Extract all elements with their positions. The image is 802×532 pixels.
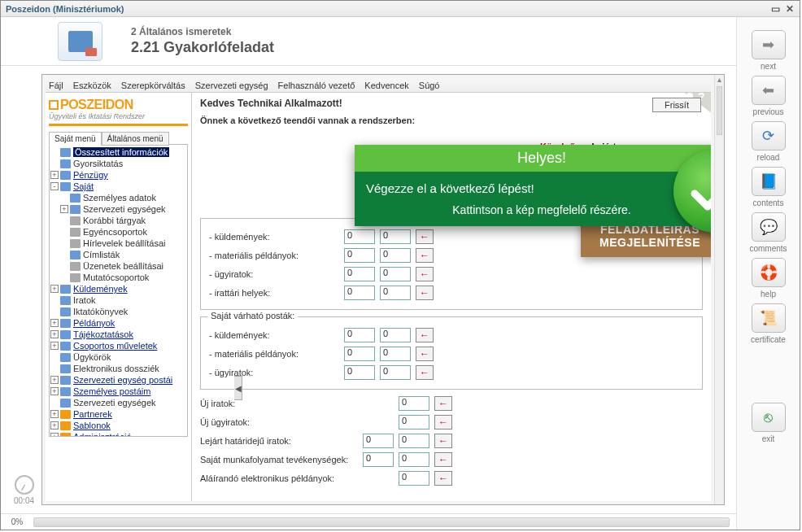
tree-item[interactable]: +Példányok [50, 317, 186, 329]
tree-item[interactable]: +Szervezeti egységek [50, 203, 186, 215]
tree-item-label[interactable]: Személyes adatok [83, 193, 156, 203]
scroll-thumb[interactable] [717, 86, 722, 135]
tree-item[interactable]: Gyorsiktatás [50, 158, 186, 169]
tree-item-label[interactable]: Korábbi tárgyak [83, 216, 146, 225]
comments-button[interactable]: 💬 [752, 212, 786, 242]
navigation-tree[interactable]: Összesített információkGyorsiktatás+Pénz… [49, 144, 188, 437]
go-arrow-button[interactable]: ← [416, 347, 434, 361]
go-arrow-button[interactable]: ← [416, 365, 434, 380]
next-button[interactable]: ➡ [752, 30, 786, 59]
go-arrow-button[interactable]: ← [434, 471, 452, 486]
menu-felhasználó vezető[interactable]: Felhasználó vezető [278, 81, 355, 90]
tree-item[interactable]: Mutatócsoportok [50, 272, 186, 283]
go-arrow-button[interactable]: ← [434, 396, 452, 411]
tree-item-label[interactable]: Saját [73, 181, 94, 191]
go-arrow-button[interactable]: ← [434, 434, 452, 448]
tree-item-label[interactable]: Sablonok [73, 421, 111, 430]
tree-item-label[interactable]: Egyéncsoportok [83, 227, 147, 237]
window-minimize-icon[interactable]: ▭ [770, 4, 780, 14]
tree-item[interactable]: Egyéncsoportok [50, 226, 186, 238]
tree-item[interactable]: +Sablonok [50, 420, 186, 431]
tree-item[interactable]: Szervezeti egységek [50, 397, 186, 408]
reload-button[interactable]: ⟳ [752, 121, 786, 150]
tree-item[interactable]: -Saját [50, 181, 186, 192]
tree-item-label[interactable]: Személyes postáim [73, 386, 150, 396]
tab-own-menu[interactable]: Saját menü [49, 132, 102, 146]
tree-item-label[interactable]: Iratok [73, 295, 96, 305]
tree-item-label[interactable]: Partnerek [73, 409, 112, 419]
tree-item[interactable]: +Személyes postáim [50, 386, 186, 397]
go-arrow-button[interactable]: ← [434, 415, 452, 430]
tree-item-label[interactable]: Üzenetek beállításai [83, 261, 163, 271]
tree-item[interactable]: Üzenetek beállításai [50, 260, 186, 272]
tree-toggle-icon[interactable]: + [50, 410, 59, 418]
menu-szerepkörváltás[interactable]: Szerepkörváltás [121, 81, 185, 90]
tree-item-label[interactable]: Szervezeti egységek [83, 204, 166, 214]
tree-item-label[interactable]: Összesített információk [73, 147, 169, 157]
go-arrow-button[interactable]: ← [416, 267, 434, 281]
go-arrow-button[interactable]: ← [416, 286, 434, 300]
tree-item-label[interactable]: Hírlevelek beállításai [83, 238, 166, 248]
contents-button[interactable]: 📘 [752, 167, 786, 196]
tree-item-label[interactable]: Csoportos műveletek [73, 341, 157, 351]
tree-toggle-icon[interactable]: + [50, 319, 59, 327]
previous-button[interactable]: ⬅ [752, 76, 786, 105]
tree-toggle-icon[interactable]: + [50, 342, 59, 350]
tree-item-label[interactable]: Gyorsiktatás [73, 159, 123, 168]
tree-item-label[interactable]: Szervezeti egység postái [73, 375, 172, 385]
menu-eszközök[interactable]: Eszközök [73, 81, 111, 90]
tree-toggle-icon[interactable]: - [50, 182, 59, 190]
refresh-button[interactable]: Frissít [652, 98, 701, 112]
tree-toggle-icon[interactable]: + [60, 205, 68, 213]
go-arrow-button[interactable]: ← [416, 248, 434, 263]
tree-toggle-icon[interactable]: + [50, 376, 59, 384]
tree-item-label[interactable]: Elektronikus dossziék [73, 364, 159, 373]
certificate-button[interactable]: 📜 [752, 303, 786, 333]
tree-item[interactable]: +Adminisztráció [50, 431, 186, 437]
tree-item[interactable]: +Küldemények [50, 283, 186, 294]
go-arrow-button[interactable]: ← [416, 229, 434, 244]
tree-item[interactable]: Hírlevelek beállításai [50, 238, 186, 249]
tree-item[interactable]: +Csoportos műveletek [50, 340, 186, 351]
tree-item[interactable]: Összesített információk [50, 146, 186, 158]
tree-item[interactable]: Elektronikus dossziék [50, 363, 186, 374]
tree-item-label[interactable]: Iktatókönyvek [73, 307, 128, 316]
tree-item[interactable]: Ügykörök [50, 351, 186, 363]
menu-kedvencek[interactable]: Kedvencek [364, 81, 408, 90]
tree-item[interactable]: +Tájékoztatások [50, 329, 186, 340]
tree-item-label[interactable]: Mutatócsoportok [83, 273, 149, 282]
tree-item[interactable]: Iktatókönyvek [50, 306, 186, 317]
tree-toggle-icon[interactable]: + [50, 433, 59, 437]
tree-item[interactable]: +Partnerek [50, 408, 186, 420]
exit-button[interactable]: ⎋ [752, 403, 786, 432]
tree-item[interactable]: +Pénzügy [50, 169, 186, 181]
menu-szervezeti egység[interactable]: Szervezeti egység [195, 81, 268, 90]
collapse-left-panel[interactable]: ◀ [234, 376, 242, 400]
tree-toggle-icon[interactable]: + [50, 285, 59, 293]
window-close-icon[interactable]: ✕ [785, 4, 795, 14]
menu-fájl[interactable]: Fájl [49, 81, 63, 90]
tree-item[interactable]: Személyes adatok [50, 192, 186, 203]
tree-item-label[interactable]: Címlisták [83, 250, 120, 259]
tab-general-menu[interactable]: Általános menü [102, 132, 169, 146]
tree-toggle-icon[interactable]: + [50, 171, 59, 179]
stage-scrollbar[interactable]: ▴ [714, 75, 724, 504]
tree-item-label[interactable]: Küldemények [73, 284, 128, 294]
tree-toggle-icon[interactable]: + [50, 330, 59, 338]
tree-item-label[interactable]: Ügykörök [73, 352, 111, 362]
menu-súgó[interactable]: Súgó [419, 81, 440, 90]
tree-item-label[interactable]: Adminisztráció [73, 432, 132, 437]
go-arrow-button[interactable]: ← [434, 452, 452, 467]
scroll-up-icon[interactable]: ▴ [715, 75, 724, 85]
tree-item-label[interactable]: Tájékoztatások [73, 329, 133, 339]
tree-toggle-icon[interactable]: + [50, 421, 59, 430]
tree-item-label[interactable]: Pénzügy [73, 170, 108, 180]
tree-toggle-icon[interactable]: + [50, 387, 59, 395]
go-arrow-button[interactable]: ← [416, 328, 434, 342]
tree-item[interactable]: Címlisták [50, 249, 186, 260]
tree-item[interactable]: +Szervezeti egység postái [50, 374, 186, 386]
help-button[interactable]: 🛟 [752, 258, 786, 287]
tree-item[interactable]: Korábbi tárgyak [50, 215, 186, 226]
tree-item[interactable]: Iratok [50, 294, 186, 306]
tree-item-label[interactable]: Példányok [73, 318, 115, 328]
